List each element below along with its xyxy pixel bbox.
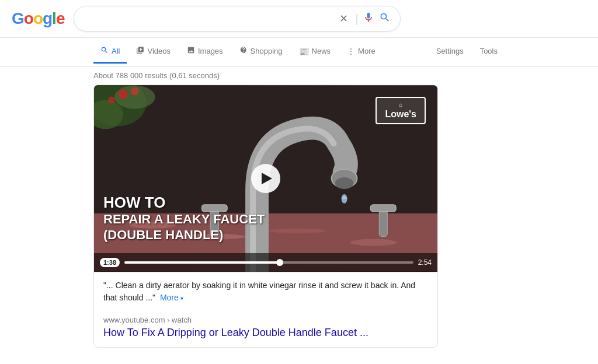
tab-all[interactable]: All xyxy=(93,40,127,64)
title-line1: HOW TO xyxy=(103,194,265,212)
settings-link[interactable]: Settings xyxy=(429,41,471,63)
svg-rect-12 xyxy=(370,205,396,212)
play-triangle-icon xyxy=(262,173,272,184)
tab-news-label: News xyxy=(312,47,331,55)
snippet-text: "... Clean a dirty aerator by soaking it… xyxy=(103,281,415,302)
shopping-icon xyxy=(239,46,248,56)
svg-point-16 xyxy=(119,90,128,99)
tab-videos[interactable]: Videos xyxy=(129,40,178,64)
tab-more-label: More xyxy=(358,47,376,55)
progress-track[interactable] xyxy=(124,261,413,264)
tab-videos-label: Videos xyxy=(147,47,171,55)
progress-fill xyxy=(124,261,280,264)
house-icon: ⌂ xyxy=(385,102,416,108)
video-progress-bar: 1:38 2:54 xyxy=(94,253,437,272)
play-button[interactable] xyxy=(251,164,280,193)
tab-all-label: All xyxy=(112,47,120,55)
source-url: www.youtube.com › watch xyxy=(103,316,428,324)
search-bar: how to fix a leaky faucet ✕ | xyxy=(74,6,401,32)
result-count: About 788 000 results (0,61 seconds) xyxy=(0,66,598,85)
video-title-overlay: HOW TO REPAIR A LEAKY FAUCET (DOUBLE HAN… xyxy=(103,194,265,243)
divider: | xyxy=(355,12,358,26)
search-input[interactable]: how to fix a leaky faucet xyxy=(84,13,332,24)
videos-icon xyxy=(136,46,144,56)
tools-link[interactable]: Tools xyxy=(473,41,505,63)
svg-point-5 xyxy=(350,239,397,246)
microphone-icon[interactable] xyxy=(363,12,374,26)
tab-shopping[interactable]: Shopping xyxy=(232,40,290,64)
settings-label: Settings xyxy=(436,47,464,55)
source-info: www.youtube.com › watch How To Fix A Dri… xyxy=(94,311,437,347)
news-icon: 📰 xyxy=(299,47,309,56)
tab-news[interactable]: 📰 News xyxy=(292,41,338,64)
nav-right: Settings Tools xyxy=(429,41,505,63)
nav-tabs: All Videos Images Shopping 📰 News ⋮ More… xyxy=(0,38,598,66)
header: Google how to fix a leaky faucet ✕ | xyxy=(0,0,598,38)
title-line3: (DOUBLE HANDLE) xyxy=(103,228,265,243)
images-icon xyxy=(187,46,195,56)
snippet-more-button[interactable]: More xyxy=(160,293,183,302)
svg-point-7 xyxy=(335,177,354,189)
main-content: ⌂ Lowe's HOW TO REPAIR A LEAKY FAUCET (D… xyxy=(0,85,598,348)
tab-more[interactable]: ⋮ More xyxy=(340,41,383,64)
lowes-name: Lowe's xyxy=(385,109,416,119)
more-dots-icon: ⋮ xyxy=(347,47,355,56)
clear-icon[interactable]: ✕ xyxy=(337,11,350,26)
google-logo[interactable]: Google xyxy=(12,9,64,28)
tab-images-label: Images xyxy=(198,47,223,55)
title-line2: REPAIR A LEAKY FAUCET xyxy=(103,212,265,227)
svg-point-17 xyxy=(108,96,115,103)
search-icon[interactable] xyxy=(379,12,391,26)
lowes-logo: ⌂ Lowe's xyxy=(376,97,426,124)
tab-shopping-label: Shopping xyxy=(251,47,283,55)
tab-images[interactable]: Images xyxy=(180,40,230,64)
video-thumbnail[interactable]: ⌂ Lowe's HOW TO REPAIR A LEAKY FAUCET (D… xyxy=(94,85,437,272)
source-title-link[interactable]: How To Fix A Dripping or Leaky Double Ha… xyxy=(103,327,368,338)
all-icon xyxy=(100,46,109,56)
svg-point-4 xyxy=(269,229,327,233)
video-card: ⌂ Lowe's HOW TO REPAIR A LEAKY FAUCET (D… xyxy=(93,85,438,348)
tools-label: Tools xyxy=(480,47,498,55)
duration: 2:54 xyxy=(418,258,432,267)
video-snippet: "... Clean a dirty aerator by soaking it… xyxy=(94,272,437,311)
progress-thumb xyxy=(276,259,283,266)
current-time: 1:38 xyxy=(100,258,120,267)
svg-point-18 xyxy=(131,88,139,96)
